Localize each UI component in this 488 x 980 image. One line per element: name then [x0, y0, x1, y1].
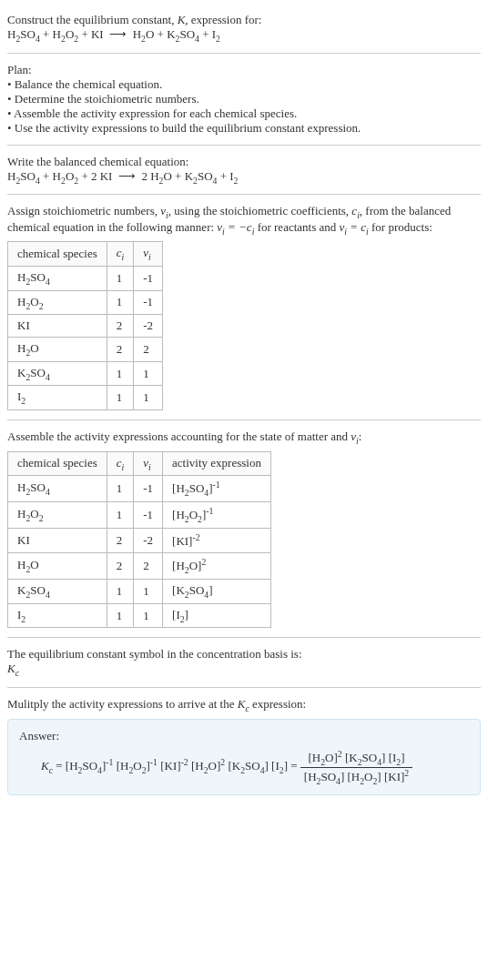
cell-ci: 1: [107, 603, 134, 628]
cell-expr: [H2O]2: [163, 553, 271, 580]
divider: [7, 419, 481, 420]
cell-nu: -1: [134, 476, 163, 502]
divider: [7, 194, 481, 195]
plan-item-text: Determine the stoichiometric numbers.: [15, 92, 199, 106]
stoich-text: , using the stoichiometric coefficients,: [168, 204, 352, 217]
table-row: H2SO41-1: [8, 266, 163, 290]
cell-nu: 2: [134, 553, 163, 580]
cell-nu: -2: [134, 315, 163, 338]
plan-item-text: Balance the chemical equation.: [15, 77, 162, 91]
table-row: H2O21-1: [8, 290, 163, 315]
activity-section: Assemble the activity expressions accoun…: [7, 424, 481, 633]
cell-ci: 2: [107, 528, 134, 552]
balanced-equation: H2SO4 + H2O2 + 2 KI ⟶ 2 H2O + K2SO4 + I2: [7, 169, 481, 186]
activity-table: chemical species ci νi activity expressi…: [7, 451, 271, 629]
cell-nu: -1: [134, 502, 163, 529]
cell-nu: 1: [134, 580, 163, 604]
cell-nu: 2: [134, 338, 163, 362]
stoich-nu: νi: [160, 204, 168, 217]
cell-species: I2: [8, 386, 107, 410]
table-row: K2SO411: [8, 361, 163, 386]
cell-ci: 1: [107, 476, 134, 502]
header-section: Construct the equilibrium constant, K, e…: [7, 7, 481, 49]
cell-species: KI: [8, 315, 107, 338]
cell-expr: [H2O2]-1: [163, 502, 271, 529]
plan-item: • Use the activity expressions to build …: [7, 121, 481, 136]
cell-species: H2O2: [8, 290, 107, 315]
col-species: chemical species: [8, 451, 107, 476]
kc-lhs: Kc: [41, 759, 53, 773]
plan-item: • Balance the chemical equation.: [7, 77, 481, 92]
cell-species: I2: [8, 603, 107, 628]
kc-denominator: [H2SO4] [H2O2] [KI]2: [300, 768, 412, 786]
divider: [7, 145, 481, 146]
cell-ci: 1: [107, 386, 134, 410]
divider: [7, 637, 481, 638]
col-expr: activity expression: [163, 451, 271, 476]
cell-expr: [K2SO4]: [163, 580, 271, 604]
kc-inline: Kc: [238, 697, 249, 711]
plan-item-text: Assemble the activity expression for eac…: [14, 106, 297, 120]
stoich-rel1: νi = −ci: [217, 220, 254, 234]
balanced-section: Write the balanced chemical equation: H2…: [7, 149, 481, 191]
table-row: KI2-2: [8, 315, 163, 338]
plan-item: • Assemble the activity expression for e…: [7, 106, 481, 121]
col-nu: νi: [134, 451, 163, 476]
plan-item: • Determine the stoichiometric numbers.: [7, 92, 481, 106]
cell-nu: 1: [134, 361, 163, 386]
final-heading: Mulitply the activity expressions to arr…: [7, 697, 481, 713]
answer-box: Answer: Kc = [H2SO4]-1 [H2O2]-1 [KI]-2 […: [7, 719, 481, 796]
final-section: Mulitply the activity expressions to arr…: [7, 692, 481, 801]
kc-fraction: [H2O]2 [K2SO4] [I2] [H2SO4] [H2O2] [KI]2: [300, 749, 412, 786]
cell-species: H2SO4: [8, 266, 107, 290]
cell-nu: -1: [134, 266, 163, 290]
cell-nu: 1: [134, 386, 163, 410]
cell-ci: 1: [107, 290, 134, 315]
cell-species: H2O2: [8, 502, 107, 529]
table-row: KI2-2[KI]-2: [8, 528, 271, 552]
cell-ci: 1: [107, 580, 134, 604]
kc-expression: Kc = [H2SO4]-1 [H2O2]-1 [KI]-2 [H2O]2 [K…: [19, 749, 469, 786]
kc-numerator: [H2O]2 [K2SO4] [I2]: [300, 749, 412, 768]
table-row: I211[I2]: [8, 603, 271, 628]
stoich-text: for reactants and: [254, 220, 339, 234]
final-text: expression:: [249, 697, 306, 711]
cell-ci: 1: [107, 502, 134, 529]
stoich-section: Assign stoichiometric numbers, νi, using…: [7, 198, 481, 416]
cell-nu: -2: [134, 528, 163, 552]
cell-ci: 1: [107, 266, 134, 290]
symbol-section: The equilibrium constant symbol in the c…: [7, 642, 481, 683]
cell-expr: [KI]-2: [163, 528, 271, 552]
table-row: H2O21-1[H2O2]-1: [8, 502, 271, 529]
cell-ci: 2: [107, 315, 134, 338]
cell-species: H2O: [8, 338, 107, 362]
cell-expr: [H2SO4]-1: [163, 476, 271, 502]
table-header-row: chemical species ci νi activity expressi…: [8, 451, 271, 476]
col-species: chemical species: [8, 242, 107, 267]
stoich-ci: ci: [351, 204, 360, 217]
table-row: H2O22: [8, 338, 163, 362]
table-header-row: chemical species ci νi: [8, 242, 163, 267]
symbol-line: The equilibrium constant symbol in the c…: [7, 647, 481, 662]
cell-species: KI: [8, 528, 107, 552]
col-ci: ci: [107, 242, 134, 267]
title: Construct the equilibrium constant, K, e…: [7, 13, 481, 27]
plan-heading: Plan:: [7, 63, 481, 77]
plan-section: Plan: • Balance the chemical equation. •…: [7, 57, 481, 141]
stoich-intro: Assign stoichiometric numbers, νi, using…: [7, 204, 481, 236]
cell-nu: 1: [134, 603, 163, 628]
kc-symbol: Kc: [7, 662, 481, 678]
stoich-text: for products:: [369, 220, 432, 234]
cell-nu: -1: [134, 290, 163, 315]
divider: [7, 687, 481, 688]
balanced-heading: Write the balanced chemical equation:: [7, 155, 481, 169]
cell-species: K2SO4: [8, 580, 107, 604]
title-text-1: Construct the equilibrium constant,: [7, 13, 178, 26]
cell-ci: 1: [107, 361, 134, 386]
cell-species: K2SO4: [8, 361, 107, 386]
final-text: Mulitply the activity expressions to arr…: [7, 697, 238, 711]
unbalanced-equation: H2SO4 + H2O2 + KI ⟶ H2O + K2SO4 + I2: [7, 27, 481, 44]
cell-ci: 2: [107, 553, 134, 580]
table-row: I211: [8, 386, 163, 410]
stoich-rel2: νi = ci: [340, 220, 369, 234]
